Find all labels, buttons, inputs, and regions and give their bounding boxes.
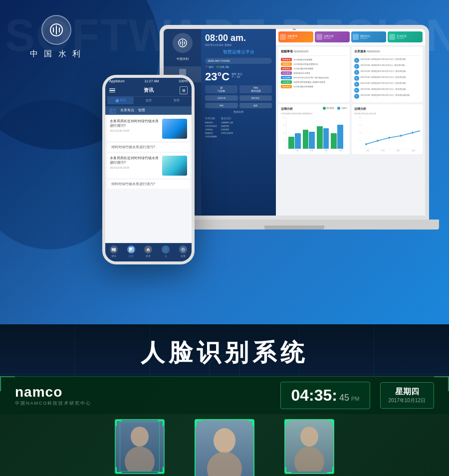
- dashboard-ui: 中国水利 资讯 监控: [164, 29, 425, 216]
- tab-monitor[interactable]: 监控: [135, 97, 162, 104]
- news-bottom-icon: 📰: [110, 245, 118, 253]
- scan-corner-tl-3: [285, 420, 291, 426]
- dash-logo-text: 中国水利: [177, 57, 189, 61]
- line-chart-panel: 运维分析 绿竹镇水库运送记录走势 806040200: [352, 104, 423, 154]
- bell-icon: [280, 34, 286, 40]
- tab-news[interactable]: 资讯: [107, 97, 134, 104]
- reminder-item-3: 预警事项 今日有14座水库有预警: [281, 67, 347, 70]
- namco-subtitle: 中国NAMCO科技技术研究中心: [15, 400, 92, 407]
- location-info: 📍 福州 🌿 北风 2级: [205, 65, 272, 68]
- face-card-1: [115, 419, 165, 474]
- face-card-3: [284, 419, 334, 474]
- water-item-6: 6 2017/11/01 漳州区(2017年11月1日小一型水库运维...: [354, 88, 421, 93]
- main-dashboard-area: 提醒事项 Reminders 运维分析 Reminders: [276, 29, 425, 216]
- settings-bottom-icon: ⚙️: [179, 245, 187, 253]
- follow-nav-btn[interactable]: 我的关注 Reminders: [351, 31, 386, 42]
- analysis-nav-btn[interactable]: 运维分析 Reminders: [315, 31, 350, 42]
- scan-corner-tr-1: [158, 420, 164, 426]
- namco-logo: namco 中国NAMCO科技技术研究中心: [15, 384, 92, 407]
- scan-corner-br-3: [327, 467, 333, 473]
- namco-system-panel: namco 中国NAMCO科技技术研究中心 04:35: 45 PM 星期四 2…: [0, 376, 449, 476]
- tab-smart[interactable]: 智管: [163, 97, 190, 104]
- section-map[interactable]: 水库布点: [120, 108, 134, 113]
- news-item-1[interactable]: 水务局局长近何时对绿竹镇水库进行清污? 2017/11/28 15:08: [107, 116, 190, 141]
- reminder-item-4: 待办事项 您有6条待办办事宜: [281, 71, 347, 75]
- namco-ampm: PM: [351, 396, 360, 402]
- bar-chart-panel: 运维分析 水库运维时何量宣及解决量数量统计 委托数量 已解决: [278, 104, 350, 154]
- svg-point-12: [412, 132, 413, 134]
- bottom-nav-home[interactable]: 🏠 首页: [140, 245, 157, 257]
- chart-icon: [316, 34, 322, 40]
- laptop-camera: [292, 26, 296, 30]
- bottom-nav-settings[interactable]: ⚙️ 设置: [174, 245, 192, 257]
- line-chart-subtitle: 绿竹镇水库运送记录走势: [354, 112, 421, 115]
- face-scan-overlay-3: [284, 419, 334, 474]
- bottom-section: 人脸识别系统 namco 中国NAMCO科技技术研究中心 04:35: 45 P…: [0, 324, 449, 476]
- reminders-nav-btn[interactable]: 提醒事项 Reminders: [278, 31, 313, 42]
- sub-news-item-1[interactable]: 何时对绿竹镇水库进行清污?: [107, 143, 190, 152]
- subscribe-btn[interactable]: 应用订阅: [205, 95, 238, 101]
- news-image-2: [162, 156, 187, 176]
- weather-section: 23°C 福特 多云 7° ~ 34°: [205, 70, 272, 83]
- line-chart-title: 运维分析: [354, 107, 421, 111]
- help-btn[interactable]: 帮助: [205, 103, 238, 108]
- monitor-bottom-icon: 📊: [127, 245, 135, 253]
- action-buttons: 应用订阅 模块管理: [205, 95, 272, 101]
- face-image-1: [115, 419, 165, 474]
- star-icon: [353, 34, 359, 40]
- face-scan-overlay-2: [195, 419, 254, 476]
- phone-carrier: Applidium: [109, 79, 125, 83]
- line-chart-area: 806040200: [354, 117, 421, 149]
- svg-point-9: [377, 140, 378, 142]
- scan-corner-tl-2: [196, 420, 202, 426]
- user-info-bar: JERR AMY CHONG: [205, 58, 272, 64]
- face-cards-row: [0, 414, 449, 476]
- bottom-nav-news[interactable]: 📰 资讯: [105, 245, 123, 257]
- water-item-1: 1 2017/11/01 漳州区(2017年11月1日小一型水库日报: [354, 58, 421, 63]
- laptop-screen: 中国水利 资讯 监控: [160, 25, 429, 220]
- scan-corner-tr-3: [327, 420, 333, 426]
- namco-date-display: 星期四 2017年10月12日: [380, 382, 435, 409]
- func-sections: 常用功能 最新资讯 水务实时监控 水情高点 视频监控 水库运维服务 最近访问 水…: [205, 115, 272, 138]
- section-smart2[interactable]: 智慧: [138, 108, 145, 113]
- namco-topbar: namco 中国NAMCO科技技术研究中心 04:35: 45 PM 星期四 2…: [0, 376, 449, 414]
- interaction-nav-btn[interactable]: 互动交流 Reminders: [388, 31, 423, 42]
- bar-chart-title: 运维分析: [281, 107, 313, 111]
- sub-news-item-2[interactable]: 何时对绿竹镇水库进行清污?: [107, 180, 190, 189]
- face-scan-overlay-1: [115, 419, 165, 474]
- news-item-2[interactable]: 水务局局长近何时对绿竹镇水库进行清污? 2017/12/28 15:08: [107, 153, 190, 178]
- platform-title: 智慧运维云平台: [205, 49, 272, 55]
- content-panels: 提醒事项 REMINDERS 预警事项 今日有9座水库有预警 超限事项 今日有2…: [276, 45, 425, 104]
- bottom-nav-monitor[interactable]: 📊 监控: [123, 245, 140, 257]
- reminder-item-1: 预警事项 今日有9座水库有预警: [281, 58, 347, 61]
- phone-content: 水务局局长近何时对绿竹镇水库进行清污? 2017/11/28 15:08 何时对…: [105, 115, 192, 243]
- scan-corner-bl-1: [116, 467, 122, 473]
- namco-day: 星期四: [389, 387, 426, 397]
- module-btn[interactable]: 模块管理: [239, 95, 272, 101]
- svg-point-8: [365, 143, 367, 145]
- phone-tabs: 资讯 监控 智管: [105, 97, 192, 106]
- env-stats: 18 污染物 78% 相对湿度: [205, 85, 272, 93]
- brand-icon: [41, 15, 71, 45]
- bar-1b: [295, 133, 301, 149]
- line-chart-svg: [354, 117, 421, 149]
- water-item-5: 5 2017/11/01 漳州区(2017年11月1日小一型水库日报...: [354, 82, 421, 87]
- build-btn[interactable]: 建置: [239, 103, 272, 108]
- bar-chart-x-labels: 1月 2月 3月 4月: [281, 149, 347, 152]
- section-monitor[interactable]: 监控: [109, 108, 116, 113]
- water-service-panel: 水库服务 REMINDER 1 2017/11/01 漳州区(2017年11月1…: [352, 47, 423, 102]
- phone-status-bar: Applidium 11:27 AM 100%: [105, 78, 192, 84]
- search-button[interactable]: ⊞: [180, 86, 188, 94]
- more-apps-link[interactable]: 更多应用: [205, 110, 272, 113]
- menu-icon[interactable]: [109, 86, 117, 94]
- bottom-nav-person[interactable]: 👤 人: [157, 245, 175, 257]
- news-text-1: 水务局局长近何时对绿竹镇水库进行清污? 2017/11/28 15:08: [110, 119, 160, 139]
- namco-brand-text: namco: [15, 384, 92, 400]
- svg-point-11: [400, 135, 402, 137]
- water-item-4: 4 2017/11/01 漳州区(2017年11月1日小一型水库运维...: [354, 76, 421, 81]
- bar-3b: [323, 128, 329, 149]
- top-nav-buttons: 提醒事项 Reminders 运维分析 Reminders: [276, 29, 425, 45]
- phone-time: 11:27 AM: [144, 79, 159, 83]
- home-bottom-icon: 🏠: [144, 245, 152, 253]
- phone-page-title: 资讯: [144, 87, 154, 94]
